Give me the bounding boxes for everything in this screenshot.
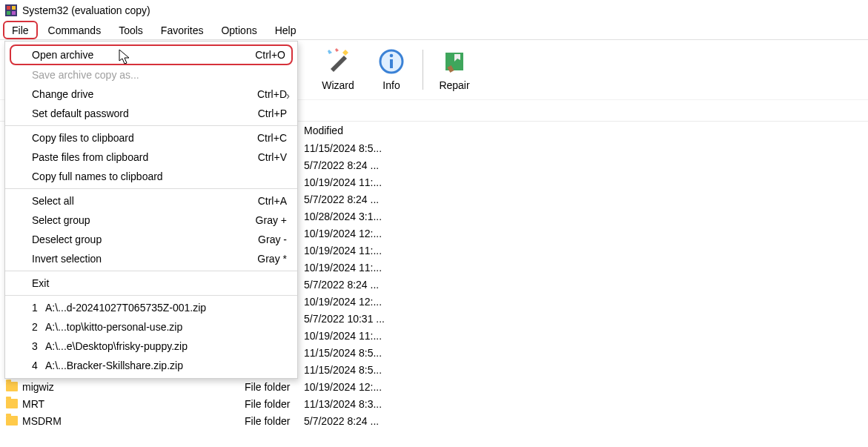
- menu-tools[interactable]: Tools: [110, 21, 152, 39]
- cell-modified: 10/19/2024 11:...: [304, 262, 423, 274]
- svg-rect-4: [12, 11, 16, 15]
- menu-open-archive-accel: Ctrl+O: [255, 49, 285, 61]
- menu-bar: File Commands Tools Favorites Options He…: [0, 21, 868, 40]
- menu-set-password-accel: Ctrl+P: [258, 107, 287, 119]
- column-modified[interactable]: Modified: [304, 125, 423, 136]
- menu-separator: [5, 188, 297, 189]
- menu-deselect-group-label: Deselect group: [32, 234, 258, 245]
- menu-set-password-label: Set default password: [32, 107, 258, 119]
- cell-modified: 5/7/2022 8:24 ...: [304, 279, 423, 291]
- cell-modified: 5/7/2022 8:24 ...: [304, 193, 423, 205]
- menu-file[interactable]: File: [3, 21, 38, 39]
- menu-copy-full-names[interactable]: Copy full names to clipboard: [5, 167, 297, 186]
- table-row[interactable]: migwizFile folder10/19/2024 12:...: [0, 378, 868, 395]
- svg-marker-8: [335, 48, 339, 52]
- svg-rect-10: [390, 59, 393, 68]
- menu-options[interactable]: Options: [212, 21, 265, 39]
- menu-copy-full-names-label: Copy full names to clipboard: [32, 170, 287, 182]
- menu-recent-file[interactable]: 1A:\...d-20241027T065735Z-001.zip: [5, 298, 297, 317]
- menu-invert-selection[interactable]: Invert selection Gray *: [5, 249, 297, 268]
- menu-tools-label: Tools: [119, 24, 143, 36]
- cell-type: File folder: [245, 398, 304, 410]
- info-label: Info: [382, 79, 400, 91]
- repair-button[interactable]: Repair: [428, 48, 481, 91]
- cell-modified: 10/19/2024 12:...: [304, 381, 423, 393]
- svg-marker-5: [331, 56, 347, 72]
- menu-recent-file[interactable]: 2A:\...top\kitto-personal-use.zip: [5, 317, 297, 337]
- cell-modified: 10/19/2024 11:...: [304, 245, 423, 256]
- menu-select-all[interactable]: Select all Ctrl+A: [5, 191, 297, 211]
- menu-paste-files-label: Paste files from clipboard: [32, 151, 258, 163]
- menu-deselect-group[interactable]: Deselect group Gray -: [5, 230, 297, 249]
- menu-exit-label: Exit: [32, 277, 287, 289]
- menu-change-drive-accel: Ctrl+D: [257, 88, 287, 100]
- wizard-button[interactable]: Wizard: [311, 48, 365, 91]
- menu-open-archive[interactable]: Open archive Ctrl+O: [10, 44, 293, 65]
- menu-exit[interactable]: Exit: [5, 274, 297, 293]
- cell-modified: 5/7/2022 8:24 ...: [304, 415, 423, 427]
- menu-save-copy-label: Save archive copy as...: [32, 69, 287, 81]
- menu-recent-file-label: 1A:\...d-20241027T065735Z-001.zip: [32, 302, 287, 314]
- menu-recent-file-label: 3A:\...e\Desktop\frisky-puppy.zip: [32, 340, 287, 352]
- cell-modified: 10/19/2024 11:...: [304, 330, 423, 342]
- menu-recent-file-label: 4A:\...Bracker-Skillshare.zip.zip: [32, 360, 287, 371]
- menu-options-label: Options: [221, 24, 256, 36]
- menu-select-all-accel: Ctrl+A: [258, 195, 287, 207]
- menu-copy-files-label: Copy files to clipboard: [32, 132, 257, 144]
- repair-label: Repair: [439, 79, 469, 91]
- menu-select-all-label: Select all: [32, 195, 258, 207]
- table-row[interactable]: MRTFile folder11/13/2024 8:3...: [0, 395, 868, 412]
- svg-rect-1: [7, 6, 10, 10]
- chevron-right-icon: ›: [286, 90, 290, 102]
- cell-modified: 10/28/2024 3:1...: [304, 211, 423, 222]
- cell-modified: 11/15/2024 8:5...: [304, 347, 423, 359]
- menu-change-drive-label: Change drive: [32, 88, 257, 100]
- info-icon: [378, 48, 405, 75]
- info-button[interactable]: Info: [365, 48, 418, 91]
- menu-recent-file[interactable]: 3A:\...e\Desktop\frisky-puppy.zip: [5, 337, 297, 356]
- app-icon: [4, 4, 18, 17]
- cell-modified: 5/7/2022 10:31 ...: [304, 313, 423, 325]
- cell-name: migwiz: [22, 381, 54, 393]
- menu-file-label: File: [12, 24, 29, 36]
- svg-marker-7: [328, 50, 332, 54]
- menu-invert-selection-label: Invert selection: [32, 253, 257, 265]
- svg-rect-2: [12, 6, 16, 10]
- menu-paste-files[interactable]: Paste files from clipboard Ctrl+V: [5, 148, 297, 167]
- menu-separator: [5, 295, 297, 296]
- menu-separator: [5, 271, 297, 271]
- cell-name: MSDRM: [22, 415, 62, 427]
- menu-commands[interactable]: Commands: [39, 21, 110, 39]
- svg-rect-3: [7, 11, 10, 15]
- toolbar-separator: [423, 50, 423, 90]
- cell-type: File folder: [245, 381, 304, 393]
- menu-copy-files-accel: Ctrl+C: [257, 132, 287, 144]
- cell-modified: 10/19/2024 12:...: [304, 228, 423, 239]
- svg-marker-6: [342, 50, 348, 56]
- menu-open-archive-label: Open archive: [32, 49, 255, 61]
- cell-modified: 10/19/2024 11:...: [304, 176, 423, 188]
- svg-point-11: [390, 54, 394, 58]
- cell-modified: 11/15/2024 8:5...: [304, 364, 423, 376]
- menu-invert-selection-accel: Gray *: [257, 253, 287, 265]
- menu-copy-files[interactable]: Copy files to clipboard Ctrl+C: [5, 128, 297, 148]
- folder-icon: [6, 399, 18, 408]
- cell-type: File folder: [245, 415, 304, 427]
- menu-deselect-group-accel: Gray -: [258, 234, 287, 245]
- menu-separator: [5, 125, 297, 126]
- menu-select-group[interactable]: Select group Gray +: [5, 211, 297, 230]
- menu-paste-files-accel: Ctrl+V: [258, 151, 287, 163]
- wizard-icon: [325, 48, 351, 75]
- menu-change-drive[interactable]: Change drive Ctrl+D ›: [5, 85, 297, 104]
- menu-help-label: Help: [275, 24, 296, 36]
- cell-modified: 11/15/2024 8:5...: [304, 142, 423, 154]
- menu-save-copy: Save archive copy as...: [5, 65, 297, 85]
- menu-help[interactable]: Help: [266, 21, 305, 39]
- cell-modified: 11/13/2024 8:3...: [304, 398, 423, 410]
- menu-set-password[interactable]: Set default password Ctrl+P: [5, 104, 297, 123]
- title-bar: System32 (evaluation copy): [0, 0, 868, 21]
- menu-select-group-accel: Gray +: [256, 214, 287, 226]
- menu-recent-file[interactable]: 4A:\...Bracker-Skillshare.zip.zip: [5, 356, 297, 375]
- table-row[interactable]: MSDRMFile folder5/7/2022 8:24 ...: [0, 412, 868, 429]
- menu-favorites[interactable]: Favorites: [152, 21, 213, 39]
